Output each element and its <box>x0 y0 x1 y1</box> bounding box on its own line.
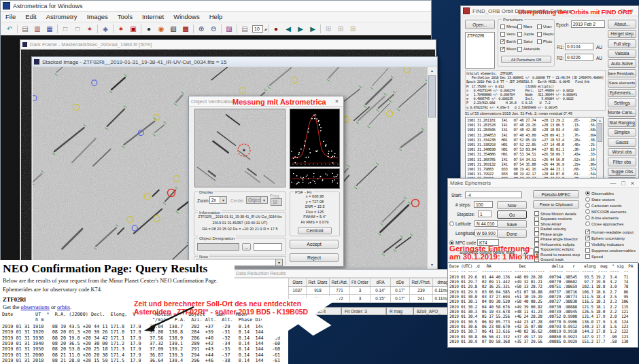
start-input[interactable]: -4 <box>465 192 522 198</box>
menu-tools[interactable]: Tools <box>113 12 137 21</box>
eight-line-radio[interactable] <box>585 215 590 220</box>
gauss-button[interactable]: Gauss <box>608 138 636 147</box>
frame-count-stepper[interactable]: 10 <box>252 25 263 33</box>
separate-motions-checkbox[interactable] <box>534 217 539 221</box>
now-button[interactable]: Now <box>497 201 527 209</box>
drr-titlebar[interactable]: Data Reduction Results <box>234 270 453 278</box>
designation-input2[interactable] <box>254 243 282 251</box>
go-button[interactable]: Go <box>497 211 527 219</box>
frame-b-icon[interactable]: □ <box>71 23 84 35</box>
stat-ranging-button[interactable]: Stat Ranging <box>608 118 636 127</box>
cartesian-radio[interactable] <box>585 203 590 208</box>
background-icon[interactable]: ▩ <box>179 23 192 35</box>
circle-tool-icon[interactable]: ◉ <box>155 23 167 35</box>
observables-radio[interactable] <box>585 191 590 196</box>
contrast-icon[interactable]: ▧ <box>167 23 179 35</box>
menu-internet[interactable]: Internet <box>137 12 169 21</box>
perturber-jupiter-checkbox[interactable] <box>517 32 522 37</box>
ov-image-panel[interactable] <box>194 109 286 187</box>
state-vectors-radio[interactable] <box>585 197 590 202</box>
object-listbox[interactable]: ZTF02Rl <box>465 32 495 69</box>
perturber-saturn-checkbox[interactable] <box>517 39 522 44</box>
histogram-icon[interactable]: ▨ <box>223 23 235 35</box>
speed-checkbox[interactable] <box>585 254 590 259</box>
open-button[interactable]: Open... <box>465 20 495 29</box>
suppress-unobservables-checkbox[interactable] <box>585 248 590 253</box>
paste-clipboard-button[interactable]: Paste to Clipboard <box>533 200 579 208</box>
r2-field[interactable]: 0.0226 <box>565 54 593 61</box>
ov-close-icon[interactable]: × <box>332 97 341 105</box>
vaisala-button[interactable]: Vaisala <box>608 50 636 58</box>
designation-input[interactable] <box>197 243 239 251</box>
me-close-icon[interactable]: × <box>628 179 637 187</box>
dark-frame-titlebar[interactable]: Dark Frame - Masterdark5sec_20Grad_16Bit… <box>20 40 436 50</box>
step-forward-icon[interactable]: ▶ <box>307 23 319 35</box>
zoom-select[interactable]: 2x <box>209 196 227 204</box>
perturber-mars-checkbox[interactable] <box>517 24 522 29</box>
worst-obs-button[interactable]: Worst obs <box>608 148 636 157</box>
me-minimize-icon[interactable]: — <box>607 179 619 187</box>
radial-velocity-checkbox[interactable] <box>534 227 539 232</box>
steps-input[interactable]: 100 <box>474 201 493 208</box>
ephemeris-button[interactable]: Ephemeris... <box>608 89 636 98</box>
reject-button[interactable]: Reject <box>290 253 339 262</box>
cascade-windows-icon[interactable]: ⊞ <box>334 23 347 35</box>
save-residuals-button[interactable]: Save Residuals... <box>608 69 636 78</box>
mark-object-icon[interactable]: ✶ <box>115 23 127 35</box>
perturber-pluto-checkbox[interactable] <box>537 39 542 44</box>
record-icon[interactable]: ● <box>270 23 282 35</box>
epoch-field[interactable]: 2019 Feb 2 <box>571 20 605 28</box>
auto-solve-button[interactable]: Auto-Solve <box>608 59 636 68</box>
done-button[interactable]: Done <box>497 230 527 238</box>
human-readable-checkbox[interactable] <box>585 230 590 234</box>
show-motion-checkbox[interactable] <box>534 211 539 216</box>
settings-file-icon[interactable]: ▥ <box>31 23 44 35</box>
pseudo-mpec-button[interactable]: Pseudo-MPEC <box>533 190 579 198</box>
perturber-mercury-checkbox[interactable] <box>500 24 505 29</box>
menu-file[interactable]: File <box>1 12 20 21</box>
stacked-vscrollbar[interactable]: ▴ ▾ <box>427 67 436 268</box>
menu-images[interactable]: Images <box>82 12 113 21</box>
scroll-up-icon[interactable]: ▴ <box>428 67 436 74</box>
step-back-icon[interactable]: ◀ <box>282 23 294 35</box>
mpcorb-radio[interactable] <box>585 209 590 214</box>
perturber-neptune-checkbox[interactable] <box>537 32 542 37</box>
centroid-button[interactable]: Centroid <box>298 227 332 234</box>
play-icon[interactable]: ▶ <box>294 23 307 35</box>
copy-icon[interactable]: ▤ <box>19 23 31 35</box>
close-all-icon[interactable]: ⊞ <box>347 23 359 35</box>
designation-browse-button[interactable]: ... <box>242 243 251 251</box>
save-button[interactable]: Save <box>497 220 527 228</box>
stepsize-input[interactable]: 1 <box>478 211 491 217</box>
perturber-venus-checkbox[interactable] <box>500 32 505 37</box>
data-reduction-icon[interactable]: ▣ <box>127 23 139 35</box>
latitude-radio[interactable] <box>449 221 454 226</box>
point-icon[interactable]: ● <box>143 23 155 35</box>
ephem-uncertainty-checkbox[interactable] <box>585 236 590 240</box>
menu-help[interactable]: Help <box>205 12 228 21</box>
me-maximize-icon[interactable]: □ <box>619 179 627 187</box>
zoom-out-icon[interactable]: ⊖ <box>207 23 220 35</box>
save-elements-button[interactable]: Save elements <box>608 79 636 88</box>
menu-edit[interactable]: Edit <box>20 12 41 21</box>
stacked-titlebar[interactable]: Stacked Image - ZTF02Rl__2019-01-31_19-3… <box>32 57 437 67</box>
toggle-obs-button[interactable]: Toggle Obs <box>608 168 636 177</box>
stepper-arrows-icon[interactable]: ▴▾ <box>264 27 266 31</box>
helio-ecliptic-checkbox[interactable] <box>534 242 539 247</box>
frame-a-icon[interactable]: □ <box>59 23 71 35</box>
monte-carlo-button[interactable]: Monte Carlo... <box>608 109 636 117</box>
blink-compare-icon[interactable]: ▦ <box>44 23 56 35</box>
rotate-icon[interactable]: ◈ <box>99 23 111 35</box>
connect-icon[interactable]: ↶ <box>3 23 16 35</box>
phase-angle-checkbox[interactable] <box>534 232 539 236</box>
tile-windows-icon[interactable]: ⊞ <box>322 23 334 35</box>
settings-button[interactable]: Settings <box>608 98 636 107</box>
perturber-moon-checkbox[interactable] <box>500 47 505 52</box>
visibility-checkbox[interactable] <box>585 242 590 247</box>
me-titlebar[interactable]: Make Ephemeris — □ × <box>448 179 639 188</box>
r1-field[interactable]: 0.0104 <box>565 43 593 50</box>
perturber-earth-checkbox[interactable] <box>500 39 505 44</box>
zoom-in-icon[interactable]: ⊕ <box>195 23 207 35</box>
scroll-down-icon[interactable]: ▾ <box>428 261 436 268</box>
show-altaz-checkbox[interactable] <box>534 221 539 226</box>
